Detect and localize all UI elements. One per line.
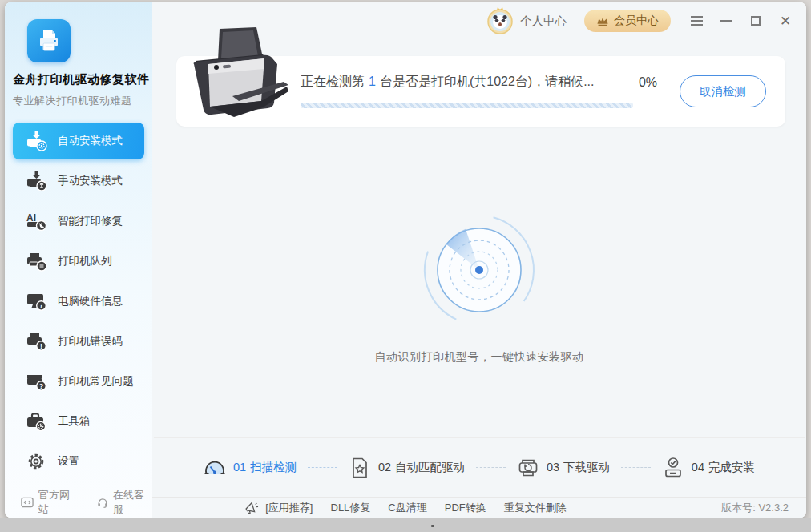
sidebar-item-printer-error[interactable]: ! 打印机错误码 [13,323,144,360]
step-number: 02 [378,461,391,474]
step-number: 04 [692,461,704,474]
printer-manual-install-icon [26,171,47,192]
status-prefix: 正在检测第 [301,75,365,88]
sidebar-item-manual-install[interactable]: 手动安装模式 [13,163,144,200]
gear-icon [27,453,45,470]
sidebar-item-pc-hardware[interactable]: i 电脑硬件信息 [13,283,144,320]
status-suffix: 台是否是打印机(共1022台)，请稍候... [380,75,595,88]
sidebar-footer: 官方网站 在线客服 [5,486,152,518]
menu-icon[interactable] [690,14,703,27]
official-site-label: 官方网站 [38,488,78,517]
step-text: 04完成安装 [692,460,755,475]
taskbar-mark [431,525,434,527]
website-icon [21,497,34,508]
step-text: 01扫描检测 [233,460,297,475]
version-label: 版本号: V2.3.2 [721,498,789,518]
vip-center-button[interactable]: 会员中心 [584,10,671,32]
step-download-driver: 03下载驱动 [517,457,610,479]
footer-link-pdf[interactable]: PDF转换 [445,501,486,515]
step-label: 完成安装 [708,461,755,474]
toolbox-icon [26,411,47,433]
app-recommend-link[interactable]: [应用推荐] [244,501,313,515]
pc-hardware-info-icon: i [26,291,47,312]
scan-zone: 自动识别打印机型号，一键快速安装驱动 [152,127,806,437]
sidebar-item-label: 工具箱 [58,414,91,429]
printer-download-icon [517,457,539,479]
scan-caption: 自动识别打印机型号，一键快速安装驱动 [375,350,584,365]
step-number: 03 [547,461,559,474]
printer-auto-install-icon [26,131,47,152]
progress-bar [301,103,633,108]
sidebar-item-toolbox[interactable]: 工具箱 [13,403,144,440]
svg-text:!: ! [40,342,42,350]
app-logo-icon [27,19,71,62]
window-controls: ✕ [690,14,792,27]
step-text: 03下载驱动 [547,460,610,475]
printer-faq-icon: ? [26,371,47,393]
gauge-scan-icon [204,457,226,479]
step-connector [476,467,506,468]
sidebar-item-label: 打印机常见问题 [58,374,134,389]
footer-link-duplicate[interactable]: 重复文件删除 [504,501,567,515]
profile-label: 个人中心 [520,14,567,29]
detection-card: 正在检测第1台是否是打印机(共1022台)，请稍候... 0% 取消检测 [176,56,785,127]
step-number: 01 [233,461,246,474]
cancel-detection-button[interactable]: 取消检测 [680,75,766,107]
sidebar-item-label: 手动安装模式 [58,174,123,188]
detection-status-text: 正在检测第1台是否是打印机(共1022台)，请稍候... [301,74,595,91]
online-support-link[interactable]: 在线客服 [97,488,152,517]
radar-scanner-icon [383,200,575,342]
step-label: 扫描检测 [250,461,297,474]
sidebar-item-label: 打印机队列 [58,254,112,268]
step-scan: 01扫描检测 [204,457,297,479]
footer-link-cdisk[interactable]: C盘清理 [388,501,426,515]
app-subtitle: 专业解决打印机驱动难题 [13,94,152,108]
sidebar-item-label: 智能打印修复 [58,214,123,228]
minimize-button[interactable] [720,14,732,27]
close-button[interactable]: ✕ [779,14,792,27]
document-star-icon [349,457,371,479]
footer-link-dll[interactable]: DLL修复 [330,501,370,515]
app-title: 金舟打印机驱动修复软件 [13,72,152,87]
printer-photo [186,27,295,123]
step-finish-install: 04完成安装 [662,457,755,479]
app-recommend-label: [应用推荐] [265,501,313,515]
printer-queue-icon [26,251,47,272]
sidebar-item-label: 打印机错误码 [58,334,123,349]
step-label: 下载驱动 [563,461,610,474]
profile-button[interactable]: 个人中心 [486,6,567,35]
maximize-button[interactable] [749,14,762,27]
ai-print-repair-icon: AI [26,211,47,232]
sidebar-item-settings[interactable]: 设置 [13,443,144,480]
sidebar-item-ai-repair[interactable]: AI 智能打印修复 [13,203,144,240]
step-match-driver: 02自动匹配驱动 [349,457,465,479]
sidebar-menu: 自动安装模式 手动安装模式 AI [5,123,152,480]
sidebar-item-label: 自动安装模式 [58,134,123,148]
vip-center-label: 会员中心 [614,14,659,28]
online-support-label: 在线客服 [113,488,152,517]
panda-avatar [486,6,514,35]
sidebar-item-label: 电脑硬件信息 [58,294,123,308]
app-window: 金舟打印机驱动修复软件 专业解决打印机驱动难题 自动安装模式 [5,2,806,518]
official-site-link[interactable]: 官方网站 [21,488,78,517]
printer-error-icon: ! [26,331,47,353]
sidebar-item-printer-queue[interactable]: 打印机队列 [13,243,144,280]
steps-bar: 01扫描检测 02自动匹配驱动 [154,437,805,497]
step-text: 02自动匹配驱动 [378,460,465,475]
footer-links: [应用推荐] DLL修复 C盘清理 PDF转换 重复文件删除 [244,498,566,518]
sidebar-item-auto-install[interactable]: 自动安装模式 [13,123,144,159]
crown-icon [596,16,609,26]
step-label: 自动匹配驱动 [395,461,465,474]
sidebar-item-label: 设置 [58,454,79,469]
sidebar: 金舟打印机驱动修复软件 专业解决打印机驱动难题 自动安装模式 [5,2,152,518]
sidebar-item-printer-faq[interactable]: ? 打印机常见问题 [13,363,144,400]
status-current-index: 1 [369,75,376,88]
step-connector [621,467,651,468]
install-check-icon [662,457,684,479]
main-area: 个人中心 会员中心 ✕ [152,2,806,518]
svg-text:AI: AI [26,212,36,224]
main-footer: [应用推荐] DLL修复 C盘清理 PDF转换 重复文件删除 版本号: V2.3… [152,497,806,518]
svg-text:?: ? [39,382,44,390]
headset-icon [97,497,108,509]
progress-percent: 0% [639,75,657,90]
